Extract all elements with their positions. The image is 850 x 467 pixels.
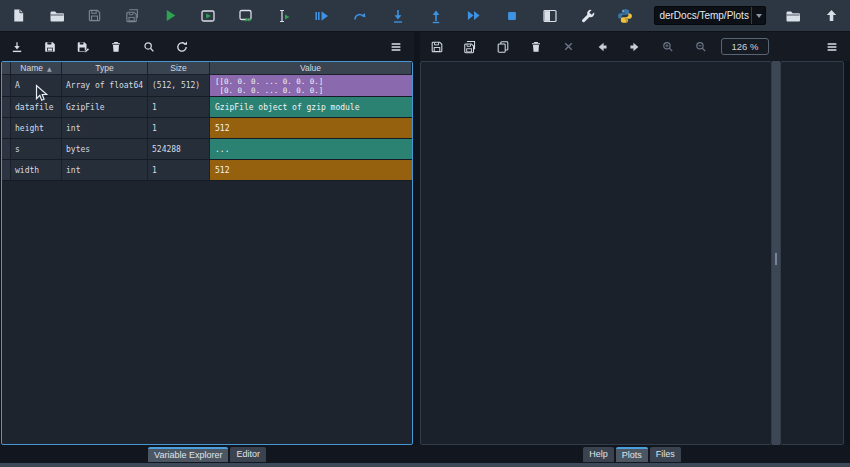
save-all-button[interactable] — [114, 0, 152, 32]
tab-editor[interactable]: Editor — [230, 447, 266, 462]
save-data-icon — [43, 40, 57, 54]
table-row[interactable]: s bytes 524288 ... — [2, 139, 412, 160]
variable-value-cell[interactable]: ... — [210, 139, 412, 160]
variable-name-cell[interactable]: width — [11, 160, 62, 181]
stop-execution-button[interactable] — [493, 0, 531, 32]
continue-execution-button[interactable] — [455, 0, 493, 32]
right-pane-tabbar: Help Plots Files — [420, 447, 844, 463]
step-out-button[interactable] — [417, 0, 455, 32]
table-row[interactable]: datafile GzipFile 1 GzipFile object of g… — [2, 97, 412, 118]
zoom-out-button[interactable] — [684, 32, 717, 61]
remove-plot-button[interactable] — [519, 32, 552, 61]
variable-size-cell[interactable]: (512, 512) — [148, 75, 210, 97]
variable-type-cell[interactable]: bytes — [62, 139, 148, 160]
search-variable-button[interactable] — [132, 32, 165, 61]
variable-value-cell[interactable]: 512 — [210, 160, 412, 181]
variable-explorer-pane: Name ▲ Type Size Value A Array of float6… — [1, 61, 413, 445]
variable-name-cell[interactable]: height — [11, 118, 62, 139]
open-folder-icon — [49, 8, 65, 24]
variable-type-cell[interactable]: GzipFile — [62, 97, 148, 118]
variable-size-cell[interactable]: 1 — [148, 118, 210, 139]
row-index-cell — [2, 75, 11, 97]
variable-type-cell[interactable]: int — [62, 118, 148, 139]
next-plot-button[interactable] — [618, 32, 651, 61]
variable-size-cell[interactable]: 1 — [148, 97, 210, 118]
variable-size-cell[interactable]: 524288 — [148, 139, 210, 160]
step-into-button[interactable] — [379, 0, 417, 32]
run-file-button[interactable] — [152, 0, 190, 32]
size-column-header[interactable]: Size — [148, 62, 210, 75]
close-all-icon — [562, 40, 575, 53]
variable-type-cell[interactable]: int — [62, 160, 148, 181]
save-plot-button[interactable] — [420, 32, 453, 61]
variable-value-cell[interactable]: GzipFile object of gzip module — [210, 97, 412, 118]
arrow-right-icon — [628, 40, 642, 54]
table-header-row: Name ▲ Type Size Value — [2, 62, 412, 75]
size-header-label: Size — [170, 63, 187, 73]
status-bar — [0, 463, 850, 467]
save-all-icon — [125, 8, 140, 23]
chevron-down-icon — [756, 14, 762, 18]
copy-plot-button[interactable] — [486, 32, 519, 61]
import-data-button[interactable] — [0, 32, 33, 61]
import-data-icon — [10, 40, 24, 54]
name-column-header[interactable]: Name ▲ — [11, 62, 62, 75]
copy-icon — [496, 40, 510, 54]
maximize-pane-button[interactable] — [531, 0, 569, 32]
plots-toolbar: 126 % — [420, 32, 850, 61]
variable-type-cell[interactable]: Array of float64 — [62, 75, 148, 97]
refresh-icon — [175, 40, 189, 54]
splitter-handle-icon — [775, 253, 777, 265]
maximize-pane-icon — [542, 8, 558, 24]
new-file-button[interactable] — [0, 0, 38, 32]
run-selection-button[interactable] — [265, 0, 303, 32]
run-current-line-button[interactable] — [341, 0, 379, 32]
run-cell-button[interactable] — [190, 0, 228, 32]
debug-file-button[interactable] — [303, 0, 341, 32]
refresh-variables-button[interactable] — [165, 32, 198, 61]
value-column-header[interactable]: Value — [210, 62, 412, 75]
save-plot-icon — [430, 40, 444, 54]
index-header — [2, 62, 11, 75]
row-index-cell — [2, 139, 11, 160]
tab-variable-explorer[interactable]: Variable Explorer — [148, 447, 228, 462]
zoom-in-icon — [661, 40, 675, 54]
type-column-header[interactable]: Type — [62, 62, 148, 75]
run-cell-advance-button[interactable] — [227, 0, 265, 32]
working-directory-combobox[interactable]: derDocs/Temp/Plots — [654, 6, 766, 25]
row-index-cell — [2, 118, 11, 139]
previous-plot-button[interactable] — [585, 32, 618, 61]
plots-splitter[interactable] — [772, 61, 780, 445]
tab-files[interactable]: Files — [650, 447, 681, 462]
variable-value-cell[interactable]: [[0. 0. 0. ... 0. 0. 0.] [0. 0. 0. ... 0… — [210, 75, 412, 97]
table-row[interactable]: width int 1 512 — [2, 160, 412, 181]
run-cell-advance-icon — [238, 8, 254, 24]
remove-all-plots-button[interactable] — [552, 32, 585, 61]
variable-explorer-options-button[interactable] — [379, 32, 412, 61]
variable-name-cell[interactable]: A — [11, 75, 62, 97]
combobox-dropdown-button[interactable] — [751, 7, 765, 24]
python-environment-button[interactable] — [607, 0, 645, 32]
table-row[interactable]: height int 1 512 — [2, 118, 412, 139]
save-data-button[interactable] — [33, 32, 66, 61]
variable-value-cell[interactable]: 512 — [210, 118, 412, 139]
tab-plots[interactable]: Plots — [616, 447, 648, 462]
variable-name-cell[interactable]: datafile — [11, 97, 62, 118]
open-file-button[interactable] — [38, 0, 76, 32]
zoom-level-display: 126 % — [721, 38, 769, 55]
table-row[interactable]: A Array of float64 (512, 512) [[0. 0. 0.… — [2, 75, 412, 97]
variable-name-cell[interactable]: s — [11, 139, 62, 160]
open-directory-button[interactable] — [774, 0, 812, 32]
variable-size-cell[interactable]: 1 — [148, 160, 210, 181]
remove-variable-button[interactable] — [99, 32, 132, 61]
save-all-plots-icon — [463, 40, 477, 54]
plots-options-button[interactable] — [815, 32, 848, 61]
arrow-up-icon — [824, 8, 839, 23]
zoom-in-button[interactable] — [651, 32, 684, 61]
save-all-plots-button[interactable] — [453, 32, 486, 61]
preferences-button[interactable] — [569, 0, 607, 32]
tab-help[interactable]: Help — [583, 447, 614, 462]
save-data-as-button[interactable] — [66, 32, 99, 61]
save-file-button[interactable] — [76, 0, 114, 32]
parent-directory-button[interactable] — [812, 0, 850, 32]
